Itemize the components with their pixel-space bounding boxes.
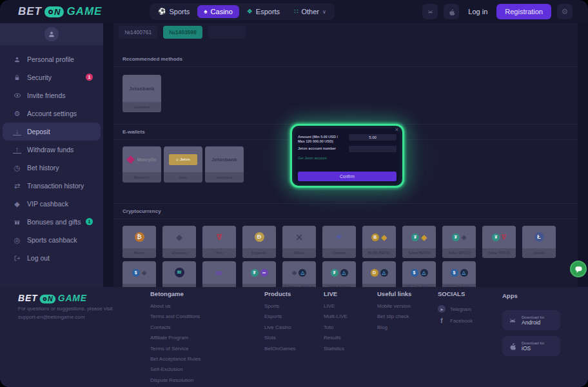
footer-link[interactable]: Bet Acceptance Rules [150, 356, 201, 366]
sidebar-item-security[interactable]: Security 1 [3, 68, 101, 86]
clock-icon: ◷ [13, 164, 21, 172]
footer-link[interactable]: Affiliate Program [150, 335, 201, 345]
sidebar-item-deposit[interactable]: ↓ Deposit [3, 123, 101, 141]
sidebar-item-bonuses-and-gifts[interactable]: Bonuses and gifts 1 [3, 213, 101, 231]
footer-link[interactable]: About us [150, 303, 201, 313]
section-title: Recommended methods [113, 52, 578, 67]
busd-icon: B [371, 233, 379, 241]
login-button[interactable]: Log in [468, 8, 487, 15]
method-card-moneygo[interactable]: MoneyGo MoneyGo [122, 146, 161, 183]
casino-icon: ♠ [204, 8, 207, 15]
avatar[interactable] [44, 27, 59, 41]
chat-button[interactable] [570, 261, 587, 277]
footer-link[interactable]: Bet slip check [377, 313, 411, 324]
arbitrum-icon: △ [340, 269, 348, 277]
sidebar-item-withdraw-funds[interactable]: ↑ Withdraw funds [3, 141, 101, 159]
ios-app-button[interactable] [444, 4, 459, 19]
nav-esports[interactable]: ❖ Esports [240, 5, 286, 18]
sidebar-item-account-settings[interactable]: ⚙ Account settings [3, 104, 101, 123]
main-nav: ⚽ Sports ♠ Casino ❖ Esports ∷ Other ∨ [150, 3, 335, 20]
crypto-card-dogecoin[interactable]: Ð Dogecoin [242, 226, 276, 258]
social-telegram[interactable]: ➤ Telegram [438, 303, 473, 315]
account-tab[interactable]: №1400761 [119, 26, 157, 39]
nav-sports[interactable]: ⚽ Sports [152, 5, 196, 18]
footer-link[interactable]: Results [324, 335, 348, 345]
footer-link[interactable]: Terms of Service [150, 346, 201, 356]
gift-icon [13, 219, 21, 226]
arbitrum-icon: △ [380, 269, 388, 277]
account-number-input[interactable] [349, 146, 397, 152]
jetonbank-logo: Jetonbank [211, 157, 237, 163]
registration-button[interactable]: Registration [496, 4, 551, 19]
sidebar-item-bet-history[interactable]: ◷ Bet history [3, 159, 101, 177]
footer-link[interactable]: Slots [264, 335, 295, 345]
download-android-button[interactable]: Download for Android [502, 310, 560, 330]
footer-link[interactable]: Terms and Conditions [150, 313, 201, 324]
sidebar-item-vip-cashback[interactable]: ◆ VIP cashback [3, 195, 101, 213]
tether-icon: ₮ [331, 269, 338, 277]
sidebar-item-label: Deposit [27, 128, 50, 135]
download-ios-button[interactable]: Download for iOS [502, 336, 560, 356]
method-card-jetonbank[interactable]: Jetonbank Jetonbank [122, 75, 161, 112]
method-card-jetonbank2[interactable]: Jetonbank Jetonbank [205, 146, 244, 183]
crypto-card-cardano[interactable]: ✳ Cardano [322, 226, 356, 258]
crypto-card-bitcoin[interactable]: ₿ Bitcoin [122, 226, 156, 258]
header: BET N GAME ⚽ Sports ♠ Casino ❖ Esports ∷… [0, 0, 588, 23]
sidebar-item-invite-friends[interactable]: Invite friends [3, 86, 101, 104]
crypto-card-usdt-trc20[interactable]: ₮∇ Tether TRC20 [482, 226, 516, 258]
android-icon [508, 316, 517, 325]
confirm-button[interactable]: Confirm [298, 172, 397, 181]
footer-link[interactable]: Statistics [324, 346, 348, 356]
crypto-card-tron[interactable]: ∇ Tron [202, 226, 236, 258]
logo-n-text: N [54, 7, 60, 17]
get-account-link[interactable]: Get Jeton account [298, 156, 397, 160]
footer-link[interactable]: Mobile version [377, 303, 411, 313]
footer-link[interactable]: Dispute Resolution [150, 377, 201, 387]
footer-link[interactable]: Self-Exclusion [150, 366, 201, 377]
arbitrum-icon: △ [460, 269, 468, 277]
sidebar-item-label: Bet history [27, 164, 59, 172]
moneygo-diamond-icon [126, 155, 135, 164]
footer-link[interactable]: LIVE [324, 303, 348, 313]
logo[interactable]: BET N GAME [18, 5, 102, 18]
nav-other[interactable]: ∷ Other ∨ [288, 5, 333, 18]
sidebar-item-personal-profile[interactable]: Personal profile [3, 50, 101, 68]
crypto-card-litecoin[interactable]: Ł Litecoin [522, 226, 556, 258]
footer-link[interactable]: Live Casino [264, 324, 295, 335]
android-app-button[interactable] [422, 4, 438, 19]
footer-link[interactable]: Contacts [150, 324, 201, 335]
crypto-card-usdt-bep20[interactable]: ₮◆ Tether BEP20 [402, 226, 436, 258]
sidebar-item-log-out[interactable]: Log out [3, 249, 101, 267]
account-number-label: Jeton account number [298, 146, 346, 151]
close-icon[interactable]: × [395, 127, 398, 133]
footer-link[interactable]: Toto [324, 324, 348, 335]
ethereum-icon: ◆ [462, 234, 467, 241]
facebook-icon: f [438, 317, 446, 324]
crypto-card-usdt-erc20[interactable]: ₮◆ Tether ERC20 [442, 226, 476, 258]
account-tab-empty[interactable] [208, 26, 246, 39]
footer-link[interactable]: Sports [264, 303, 295, 313]
account-tab-active[interactable]: №1403598 [163, 26, 202, 39]
footer-link[interactable]: BetOnGames [264, 346, 295, 356]
eye-icon [13, 92, 21, 99]
footer-link[interactable]: Esports [264, 313, 295, 324]
sidebar-item-transaction-history[interactable]: ⇄ Transaction history [3, 177, 101, 195]
crypto-card-ethereum[interactable]: ◆ Ethereum [162, 226, 196, 258]
amount-input[interactable] [349, 134, 397, 141]
bitcoin-icon: ₿ [135, 232, 144, 242]
chat-bubble-icon [574, 265, 583, 273]
footer-link[interactable]: Blog [377, 324, 411, 335]
diamond-icon: ◆ [13, 201, 21, 208]
crypto-card-busd-bep20[interactable]: B◆ BUSD BEP20 [362, 226, 396, 258]
jeton-diamond-icon: ◇ [176, 157, 179, 161]
sidebar-item-label: Invite friends [27, 92, 66, 99]
nav-casino[interactable]: ♠ Casino [197, 5, 239, 18]
grid-icon: ∷ [294, 8, 298, 15]
sidebar-item-label: Account settings [27, 110, 77, 117]
social-facebook[interactable]: f Facebook [438, 315, 473, 326]
sidebar-item-sports-cashback[interactable]: ◎ Sports cashback [3, 231, 101, 249]
crypto-card-ripple[interactable]: ✕ Ripple [282, 226, 316, 258]
method-card-jeton[interactable]: ◇Jeton Jeton [164, 146, 202, 183]
footer-link[interactable]: Multi-LIVE [324, 313, 348, 324]
settings-button[interactable]: ⚙ [557, 4, 573, 19]
